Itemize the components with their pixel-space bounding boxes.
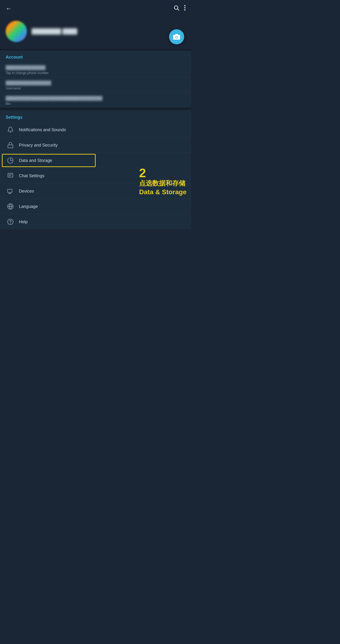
settings-item-devices[interactable]: Devices 2 点选数据和存储 Data & Storage <box>0 184 191 199</box>
data-icon <box>6 157 15 164</box>
settings-section: Settings Notifications and Sounds Privac… <box>0 111 191 230</box>
svg-point-6 <box>176 36 178 38</box>
more-options-icon[interactable] <box>184 5 186 12</box>
svg-point-4 <box>184 10 186 10</box>
header-right <box>173 5 186 12</box>
profile-name: ████████ ████ <box>32 28 77 34</box>
help-icon <box>6 218 15 225</box>
chat-label: Chat Settings <box>19 174 44 178</box>
bell-icon <box>6 126 15 133</box>
svg-point-3 <box>184 7 186 8</box>
back-button[interactable]: ← <box>6 5 12 12</box>
chat-icon <box>6 172 15 179</box>
settings-item-data[interactable]: Data and Storage <box>0 153 191 168</box>
svg-point-2 <box>184 5 186 6</box>
bio-value: ██████████████████████████████████ <box>6 96 186 101</box>
avatar[interactable] <box>6 21 27 42</box>
username-label: Username <box>6 86 186 90</box>
phone-value: ██████████████ <box>6 65 186 70</box>
settings-item-language[interactable]: Language <box>0 199 191 214</box>
data-storage-label: Data and Storage <box>19 158 52 163</box>
annotation-number: 2 <box>139 167 187 179</box>
annotation-chinese: 点选数据和存储 <box>139 179 187 188</box>
profile-section: ████████ ████ <box>0 16 191 49</box>
section-divider-2 <box>0 108 191 109</box>
svg-rect-7 <box>8 145 13 148</box>
svg-rect-11 <box>8 189 12 192</box>
notifications-label: Notifications and Sounds <box>19 128 66 132</box>
settings-item-notifications[interactable]: Notifications and Sounds <box>0 122 191 138</box>
help-label: Help <box>19 220 28 224</box>
devices-icon <box>6 188 15 194</box>
svg-line-1 <box>178 9 179 10</box>
settings-item-privacy[interactable]: Privacy and Security <box>0 138 191 153</box>
account-section: Account ██████████████ Tap to change pho… <box>0 50 191 108</box>
header-left: ← <box>6 5 12 12</box>
language-icon <box>6 203 15 210</box>
devices-label: Devices <box>19 189 34 194</box>
settings-item-help[interactable]: Help <box>0 214 191 230</box>
settings-section-title: Settings <box>0 111 191 122</box>
lock-icon <box>6 142 15 148</box>
bio-field[interactable]: ██████████████████████████████████ Bio <box>0 93 191 108</box>
svg-rect-8 <box>8 174 13 177</box>
language-label: Language <box>19 204 38 209</box>
phone-field[interactable]: ██████████████ Tap to change phone numbe… <box>0 62 191 78</box>
username-field[interactable]: ████████████████ Username <box>0 78 191 93</box>
bio-label: Bio <box>6 102 186 106</box>
privacy-label: Privacy and Security <box>19 143 58 148</box>
camera-button[interactable] <box>169 29 184 44</box>
phone-label: Tap to change phone number <box>6 71 186 75</box>
account-section-title: Account <box>0 50 191 62</box>
header: ← <box>0 0 191 16</box>
annotation: 2 点选数据和存储 Data & Storage <box>139 167 187 196</box>
username-value: ████████████████ <box>6 81 186 86</box>
search-icon[interactable] <box>173 5 179 12</box>
annotation-english: Data & Storage <box>139 188 187 196</box>
